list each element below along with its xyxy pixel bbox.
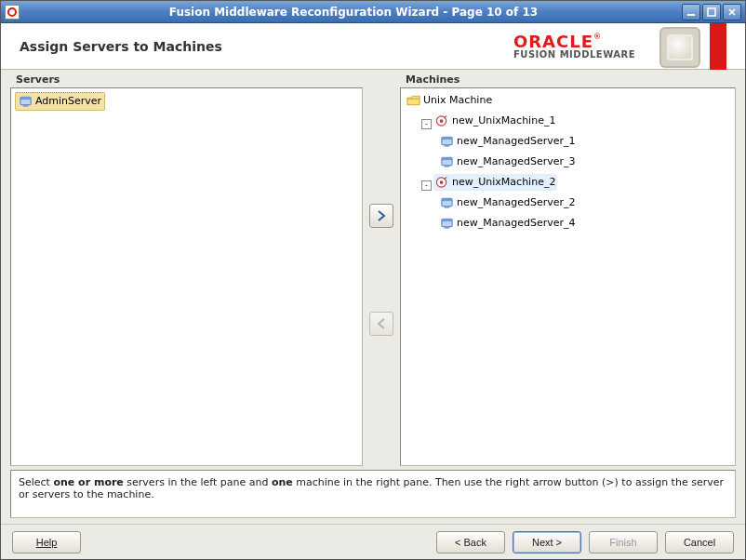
hint-text-1: Select <box>19 476 53 488</box>
hint-box: Select one or more servers in the left p… <box>10 470 736 518</box>
page-title: Assign Servers to Machines <box>20 39 222 54</box>
server-icon <box>440 196 454 209</box>
assign-buttons <box>363 73 400 466</box>
svg-rect-10 <box>445 145 450 147</box>
hint-text-2: servers in the left pane and <box>124 476 272 488</box>
svg-rect-20 <box>442 219 452 221</box>
window-title: Fusion Middleware Reconfiguration Wizard… <box>25 6 682 19</box>
svg-rect-2 <box>708 8 715 16</box>
server-name: AdminServer <box>35 93 101 110</box>
wizard-header: Assign Servers to Machines ORACLE® FUSIO… <box>1 23 745 70</box>
window-minimize-button[interactable] <box>682 4 700 20</box>
assign-right-button[interactable] <box>369 204 393 228</box>
managed-server-item[interactable]: new_ManagedServer_1 <box>438 133 731 153</box>
tree-expander[interactable]: - <box>421 119 432 129</box>
svg-rect-21 <box>445 227 450 229</box>
svg-point-15 <box>440 180 444 184</box>
app-icon <box>5 5 20 20</box>
server-icon <box>19 95 33 108</box>
server-item[interactable]: AdminServer <box>15 92 358 113</box>
svg-rect-4 <box>20 97 31 100</box>
machine-name: new_UnixMachine_2 <box>452 174 555 191</box>
machine-name: new_UnixMachine_1 <box>452 113 555 129</box>
server-icon <box>440 217 454 230</box>
managed-server-name: new_ManagedServer_3 <box>457 153 575 170</box>
machine-item[interactable]: -new_UnixMachine_1new_ManagedServer_1new… <box>421 113 731 174</box>
machines-root-label: Unix Machine <box>423 92 492 109</box>
managed-server-name: new_ManagedServer_1 <box>457 133 575 150</box>
brand-logo <box>643 23 726 70</box>
assign-panels: Servers AdminServer Machines Unix Machin… <box>10 73 736 466</box>
server-icon <box>440 155 454 168</box>
help-button[interactable]: Help <box>12 531 81 553</box>
hint-bold-2: one <box>272 476 293 488</box>
back-button[interactable]: < Back <box>436 531 505 553</box>
window-maximize-button[interactable] <box>702 4 721 20</box>
window-close-button[interactable] <box>723 4 741 20</box>
oracle-brand: ORACLE® FUSION MIDDLEWARE <box>513 33 643 60</box>
svg-rect-18 <box>445 207 450 208</box>
server-icon <box>440 135 454 148</box>
window-titlebar: Fusion Middleware Reconfiguration Wizard… <box>1 1 745 23</box>
brand-trademark: ® <box>593 33 602 41</box>
machines-panel-label: Machines <box>400 73 736 87</box>
servers-tree[interactable]: AdminServer <box>10 87 363 466</box>
machine-icon <box>435 114 449 127</box>
svg-rect-9 <box>442 137 452 140</box>
servers-panel-label: Servers <box>10 73 363 87</box>
next-button[interactable]: Next > <box>513 531 581 553</box>
managed-server-name: new_ManagedServer_2 <box>457 194 575 211</box>
svg-rect-12 <box>442 157 452 160</box>
svg-rect-17 <box>442 198 452 201</box>
servers-panel: Servers AdminServer <box>10 73 363 466</box>
machines-root[interactable]: Unix Machine-new_UnixMachine_1new_Manage… <box>405 92 731 235</box>
machine-icon <box>435 176 449 189</box>
svg-point-0 <box>8 8 16 16</box>
managed-server-item[interactable]: new_ManagedServer_2 <box>438 194 731 215</box>
svg-rect-13 <box>445 166 450 167</box>
brand-subline: FUSION MIDDLEWARE <box>513 50 635 60</box>
svg-rect-1 <box>687 14 695 16</box>
cancel-button[interactable]: Cancel <box>665 531 734 553</box>
machines-panel: Machines Unix Machine-new_UnixMachine_1n… <box>400 73 736 466</box>
wizard-footer: Help < Back Next > Finish Cancel <box>1 524 745 559</box>
wizard-content: Servers AdminServer Machines Unix Machin… <box>1 70 745 524</box>
assign-left-button[interactable] <box>369 312 393 336</box>
managed-server-name: new_ManagedServer_4 <box>457 215 575 232</box>
finish-button: Finish <box>589 531 658 553</box>
svg-rect-5 <box>23 105 29 107</box>
hint-bold-1: one or more <box>53 476 123 488</box>
tree-expander[interactable]: - <box>421 180 432 191</box>
brand-oracle-text: ORACLE <box>513 32 593 51</box>
svg-point-7 <box>440 119 444 123</box>
folder-icon <box>406 94 420 107</box>
managed-server-item[interactable]: new_ManagedServer_3 <box>438 153 731 174</box>
machines-tree[interactable]: Unix Machine-new_UnixMachine_1new_Manage… <box>400 87 736 466</box>
managed-server-item[interactable]: new_ManagedServer_4 <box>438 215 731 235</box>
machine-item[interactable]: -new_UnixMachine_2new_ManagedServer_2new… <box>421 174 731 235</box>
